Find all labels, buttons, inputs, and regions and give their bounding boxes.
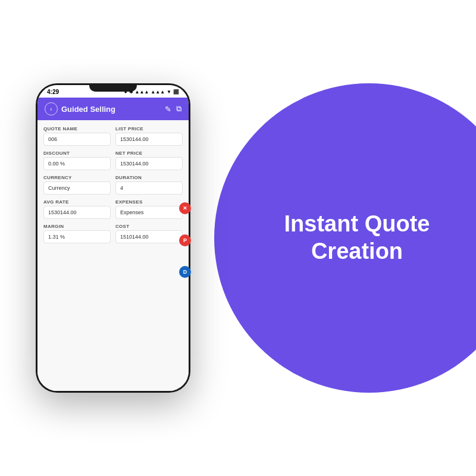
page-container: Instant Quote Creation 4:29 ● ✱ ▲▲▲ ▲▲▲ … [0,0,476,476]
app-header: ‹ Guided Selling ✎ ⧉ [37,98,189,120]
field-value[interactable]: Currency [43,181,111,195]
field-value[interactable]: 006 [43,133,111,146]
field-value[interactable]: 1530144.00 [115,133,183,146]
field-value[interactable]: 1.31 % [43,230,111,243]
field-value[interactable]: 1510144.00 [115,230,183,243]
float-d-button[interactable]: D [179,266,191,278]
form-field-cost: COST1510144.00 [115,224,183,243]
form-field-net-price: NET PRICE1530144.00 [115,151,183,170]
form-field-expenses: EXPENSESExpenses [115,199,183,219]
form-field-list-price: LIST PRICE1530144.00 [115,126,183,146]
field-label: QUOTE Name [43,126,111,131]
form-field-margin: MARGIN1.31 % [43,224,111,243]
field-label: EXPENSES [115,199,183,205]
status-time: 4:29 [47,89,59,95]
field-value[interactable]: 1530144.00 [115,157,183,170]
field-label: AVG RATE [43,199,111,205]
right-content: Instant Quote Creation [262,211,452,265]
field-label: DISCOUNT [43,151,111,156]
field-label: CURRENCY [43,175,111,180]
header-actions: ✎ ⧉ [165,104,181,114]
app-title: Guided Selling [61,105,115,114]
form-field-currency: CURRENCYCurrency [43,175,111,195]
phone-inner: 4:29 ● ✱ ▲▲▲ ▲▲▲ ▼ ⬛ ‹ Guided Selling [37,85,189,391]
headline: Instant Quote Creation [262,211,452,265]
field-value[interactable]: 0.00 % [43,157,111,170]
field-value[interactable]: Expenses [115,206,183,219]
app-content: QUOTE Name006LIST PRICE1530144.00DISCOUN… [37,120,189,391]
phone-mockup: 4:29 ● ✱ ▲▲▲ ▲▲▲ ▼ ⬛ ‹ Guided Selling [36,83,190,393]
field-label: COST [115,224,183,229]
float-p-button[interactable]: P [179,234,191,246]
field-label: LIST PRICE [115,126,183,131]
form-field-discount: DISCOUNT0.00 % [43,151,111,170]
back-button[interactable]: ‹ [45,102,58,115]
field-label: DURATION [115,175,183,180]
header-left: ‹ Guided Selling [45,102,115,115]
copy-icon[interactable]: ⧉ [176,104,181,114]
field-value[interactable]: 4 [115,181,183,195]
form-field-duration: DURATION4 [115,175,183,195]
field-value[interactable]: 1530144.00 [43,206,111,219]
field-label: MARGIN [43,224,111,229]
phone-notch [89,83,137,92]
field-label: NET PRICE [115,151,183,156]
float-x-button[interactable]: ✕ [179,202,191,214]
form-grid: QUOTE Name006LIST PRICE1530144.00DISCOUN… [43,126,183,243]
form-field-avg-rate: AVG RATE1530144.00 [43,199,111,219]
form-field-quote-name: QUOTE Name006 [43,126,111,146]
edit-icon[interactable]: ✎ [165,105,171,114]
